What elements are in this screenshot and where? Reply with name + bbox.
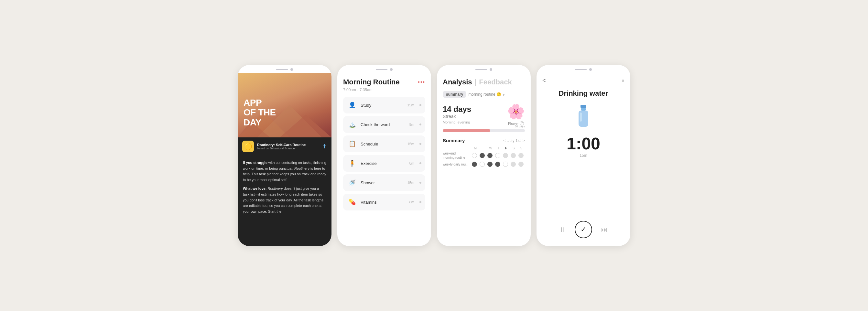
tab-morning-routine[interactable]: morning routine 🙂 ∨ [468,92,505,97]
download-icon[interactable]: ⬆ [322,143,327,150]
cal-dot [503,153,508,158]
study-icon: 👤 [347,100,358,110]
feedback-title: Feedback [479,78,512,86]
para2-italic: Routinery [268,187,283,190]
routine-item-study[interactable]: 👤 Study 15m [343,97,425,114]
phone-drinking-water: < × Drinking water 1:00 15m ⏸ [536,65,630,246]
notch-bar-2 [376,69,388,70]
close-button[interactable]: × [622,78,624,84]
phones-container: APPOF THEDAY 🟡 Routinery: Self-Care/Rout… [238,65,630,246]
phone-app-of-day: APPOF THEDAY 🟡 Routinery: Self-Care/Rout… [238,65,332,246]
timer-display: 1:00 [542,135,624,152]
streak-sub: Morning, evening [443,120,471,124]
exercise-icon: 🧍 [347,158,358,168]
notch-dot-3 [490,68,492,71]
cal-dot [510,153,516,158]
app-name: Routinery: Self-Care/Routine [257,143,319,147]
morning-routine-content: Morning Routine ••• 7:00am - 7:35am 👤 St… [337,73,431,246]
routine-item-exercise[interactable]: 🧍 Exercise 8m [343,155,425,172]
cal-dot [487,153,493,158]
cal-row-label-weekend: weekendmorning routine [443,151,470,160]
cal-dot [518,162,524,167]
cal-dot [472,162,477,167]
svg-rect-5 [581,108,586,111]
morning-routine-header: Morning Routine ••• [343,78,425,86]
routine-item-vitamins[interactable]: 💊 Vitamins 8m [343,194,425,211]
cal-dot [503,162,508,167]
notch-bar [276,69,288,70]
app-info: Routinery: Self-Care/Routine based on Be… [257,143,319,150]
para1-italic: Routinery [294,166,309,170]
morning-routine-time: 7:00am - 7:35am [343,88,425,92]
streak-section: 14 days Streak Morning, evening 🌸 Flower… [443,103,525,125]
check-word-icon: 🏔️ [347,119,358,130]
schedule-icon: 📋 [347,139,358,149]
app-icon: 🟡 [242,141,254,152]
notch-bar-3 [475,69,487,70]
routine-time-shower: 15m [407,181,414,185]
skip-button[interactable]: ⏭ [601,226,608,234]
routine-item-shower[interactable]: 🚿 Shower 15m [343,174,425,191]
complete-button[interactable]: ✓ [575,221,592,238]
progress-bar: 30 days [443,129,525,132]
cal-dot [472,153,477,158]
paragraph-2: What we love: Routinery doesn't just giv… [243,186,326,214]
streak-label: Streak [443,114,471,119]
analysis-title: Analysis [443,78,472,86]
bottle-illustration [542,104,624,130]
more-options-button[interactable]: ••• [418,79,425,85]
cal-day-T2: T [495,147,502,150]
shower-icon: 🚿 [347,178,358,188]
phone-morning-routine: Morning Routine ••• 7:00am - 7:35am 👤 St… [337,65,431,246]
flower-icon: 🌸 [507,103,525,120]
cal-row-weekly: weekly daily rou... [443,162,525,167]
analysis-content: Analysis | Feedback summary morning rout… [437,73,531,246]
cal-day-S1: S [510,147,518,150]
cal-dot [495,162,500,167]
cal-day-T1: T [479,147,487,150]
routine-time-schedule: 15m [407,142,414,146]
drinking-water-content: < × Drinking water 1:00 15m ⏸ [536,73,630,246]
back-button[interactable]: < [542,77,546,84]
summary-title: Summary [443,138,465,143]
progress-bar-fill [443,129,490,132]
routine-time-exercise: 8m [409,161,414,165]
cal-day-F: F [502,147,510,150]
notch-dot-4 [589,68,592,71]
routine-name-study: Study [361,103,404,108]
hero-image: APPOF THEDAY [238,73,332,137]
routine-dot-exercise [420,162,422,164]
cal-dot [487,162,493,167]
analysis-header: Analysis | Feedback [443,78,525,86]
check-icon: ✓ [581,225,586,234]
drinking-water-title: Drinking water [542,89,624,98]
summary-header: Summary < July 1st > [443,138,525,143]
summary-nav-next[interactable]: > [523,138,525,143]
routine-item-check-word[interactable]: 🏔️ Check the word 8m [343,116,425,133]
hero-text: APPOF THEDAY [244,98,276,128]
tab-summary[interactable]: summary [443,91,466,98]
cal-days-row: M T W T F S S [443,147,525,150]
cal-dot [479,153,485,158]
cal-dot [518,153,524,158]
notch-dot [290,68,293,71]
routine-item-schedule[interactable]: 📋 Schedule 15m [343,135,425,152]
app-bar: 🟡 Routinery: Self-Care/Routine based on … [238,137,332,156]
phone-analysis: Analysis | Feedback summary morning rout… [437,65,531,246]
cal-dot [510,162,516,167]
timer-controls: ⏸ ✓ ⏭ [542,221,624,242]
phone-notch-3 [437,65,531,73]
cal-dots-weekly [472,162,525,167]
summary-nav-prev[interactable]: < [503,138,505,143]
pause-button[interactable]: ⏸ [559,226,566,234]
cal-row-weekend: weekendmorning routine [443,151,525,160]
phone-notch-1 [238,65,332,73]
cal-day-S2: S [518,147,525,150]
cal-day-W: W [487,147,494,150]
routine-time-check-word: 8m [409,123,414,126]
drinking-water-nav: < × [542,77,624,84]
svg-rect-4 [581,105,586,108]
svg-rect-7 [580,113,582,122]
routine-name-shower: Shower [361,180,404,185]
routine-time-vitamins: 8m [409,200,414,204]
